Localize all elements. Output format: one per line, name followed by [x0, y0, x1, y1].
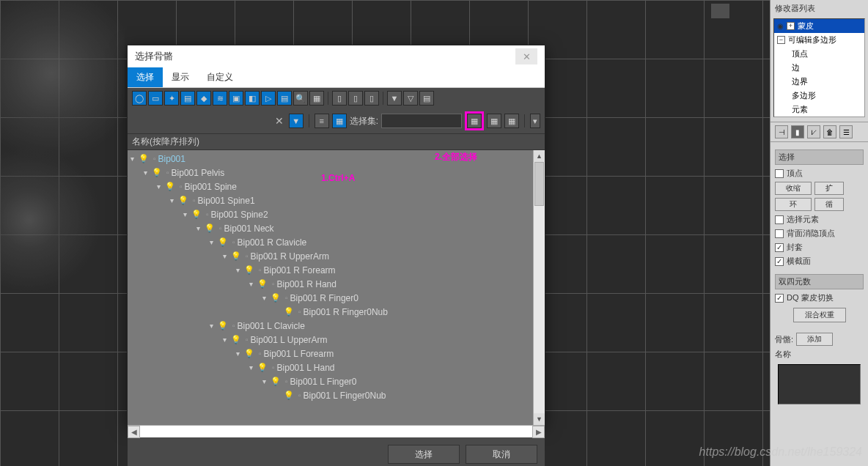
modifier-skin[interactable]: ◉ + 蒙皮 — [774, 19, 864, 33]
tree-row[interactable]: ▾💡▫Bip001 R Finger0 — [128, 291, 533, 305]
lightbulb-icon[interactable]: 💡 — [152, 168, 162, 177]
collapse-icon[interactable]: ▾ — [128, 155, 136, 163]
subobj-edge[interactable]: 边 — [774, 61, 864, 75]
menu-display[interactable]: 显示 — [163, 67, 198, 87]
collapse-icon[interactable]: ▾ — [167, 196, 176, 205]
clear-filter-icon[interactable]: ✕ — [273, 114, 286, 127]
lightbulb-icon[interactable]: 💡 — [284, 307, 294, 317]
ring-button[interactable]: 环 — [775, 198, 812, 211]
lightbulb-icon[interactable]: 💡 — [205, 223, 215, 233]
freeze-icon[interactable]: ▫ — [298, 391, 301, 399]
lightbulb-icon[interactable]: 💡 — [191, 210, 202, 219]
collapse-icon[interactable]: ▾ — [207, 238, 216, 247]
lightbulb-icon[interactable]: 💡 — [231, 335, 241, 344]
lightbulb-icon[interactable]: 💡 — [244, 265, 254, 275]
backface-checkbox[interactable] — [775, 229, 784, 238]
menu-select[interactable]: 选择 — [128, 67, 163, 87]
tree-row[interactable]: ▾💡▫Bip001 Spine1 — [128, 193, 533, 207]
bones-listbox[interactable] — [778, 364, 861, 404]
lightbulb-icon[interactable]: 💡 — [231, 251, 241, 261]
collapse-icon[interactable]: ▾ — [246, 363, 255, 372]
select-element-checkbox[interactable] — [775, 215, 784, 224]
collapse-icon[interactable]: ▾ — [154, 182, 163, 191]
cancel-button[interactable]: 取消 — [466, 445, 537, 464]
filter-shape-icon[interactable]: ▭ — [148, 91, 163, 106]
tree-row[interactable]: ▾💡▫Bip001 R Forearm — [128, 263, 533, 277]
subobj-polygon[interactable]: 多边形 — [774, 89, 864, 103]
select-button[interactable]: 选择 — [388, 445, 460, 464]
lightbulb-icon[interactable]: 💡 — [257, 279, 268, 289]
modifier-stack[interactable]: ◉ + 蒙皮 − 可编辑多边形 顶点 边 边界 多边形 元素 — [773, 18, 865, 117]
collapse-icon[interactable]: ▾ — [233, 350, 242, 358]
lightbulb-icon[interactable]: 💡 — [218, 237, 228, 247]
bone-tree[interactable]: ▾💡▫Bip001▾💡▫Bip001 Pelvis▾💡▫Bip001 Spine… — [128, 150, 533, 425]
lightbulb-icon[interactable]: 💡 — [178, 196, 188, 205]
freeze-icon[interactable]: ▫ — [285, 377, 288, 385]
tb-find-icon[interactable]: 🔍 — [293, 91, 308, 106]
subobj-vertex[interactable]: 顶点 — [774, 47, 864, 61]
menu-custom[interactable]: 自定义 — [198, 67, 242, 87]
filter-geom-icon[interactable]: ◯ — [132, 91, 147, 106]
collapse-icon[interactable]: ▾ — [246, 280, 255, 289]
tree-row[interactable]: ▾💡▫Bip001 L Hand — [128, 360, 533, 374]
expand-icon[interactable]: + — [787, 22, 795, 30]
freeze-icon[interactable]: ▫ — [272, 363, 275, 371]
select-none-icon[interactable]: ▦ — [487, 114, 501, 128]
make-unique-icon[interactable]: ⩗ — [807, 125, 820, 138]
tree-row[interactable]: ▾💡▫Bip001 Neck — [128, 221, 533, 235]
tree-row[interactable]: 💡▫Bip001 L Finger0Nub — [128, 388, 533, 402]
collapse-icon[interactable]: − — [777, 36, 785, 44]
view-cube[interactable] — [711, 4, 729, 18]
tree-row[interactable]: ▾💡▫Bip001 L Clavicle — [128, 319, 533, 333]
freeze-icon[interactable]: ▫ — [166, 169, 169, 177]
freeze-icon[interactable]: ▫ — [259, 350, 262, 358]
tree-row[interactable]: ▾💡▫Bip001 R Clavicle — [128, 235, 533, 249]
configure-icon[interactable]: ☰ — [839, 125, 853, 138]
collapse-icon[interactable]: ▾ — [207, 322, 216, 330]
tree-row[interactable]: ▾💡▫Bip001 L Forearm — [128, 347, 533, 360]
vertex-checkbox[interactable] — [775, 169, 784, 178]
tree-row[interactable]: ▾💡▫Bip001 L UpperArm — [128, 333, 533, 347]
scroll-up-icon[interactable]: ▲ — [534, 150, 545, 162]
tree-row[interactable]: ▾💡▫Bip001 L Finger0 — [128, 374, 533, 388]
rollup-head-selection[interactable]: 选择 — [775, 149, 864, 165]
rollup-head-dq[interactable]: 双四元数 — [775, 274, 864, 289]
collapse-icon[interactable]: ▾ — [141, 169, 150, 177]
subobj-border[interactable]: 边界 — [774, 75, 864, 89]
modifier-edit-poly[interactable]: − 可编辑多边形 — [774, 33, 864, 47]
freeze-icon[interactable]: ▫ — [180, 182, 183, 191]
lightbulb-icon[interactable]: 💡 — [271, 377, 281, 386]
lightbulb-icon[interactable]: 💡 — [165, 182, 175, 191]
lightbulb-icon[interactable]: 💡 — [284, 391, 294, 400]
scroll-left-icon[interactable]: ◀ — [128, 426, 140, 438]
tb-doc2-icon[interactable]: ▯ — [348, 91, 363, 106]
filter-bone-icon[interactable]: ≋ — [213, 91, 227, 106]
select-all-icon[interactable]: ▦ — [467, 114, 482, 128]
shrink-button[interactable]: 收缩 — [775, 182, 812, 195]
scroll-down-icon[interactable]: ▼ — [534, 413, 545, 425]
freeze-icon[interactable]: ▫ — [193, 196, 196, 204]
collapse-icon[interactable]: ▾ — [220, 336, 229, 344]
filter-xref-icon[interactable]: ▷ — [261, 91, 276, 106]
filter-all-icon[interactable]: ▤ — [277, 91, 292, 106]
freeze-icon[interactable]: ▫ — [153, 155, 156, 163]
freeze-icon[interactable]: ▫ — [298, 308, 301, 316]
collapse-icon[interactable]: ▾ — [220, 252, 229, 261]
filter-space-icon[interactable]: ▣ — [229, 91, 243, 106]
selection-set-dropdown[interactable] — [381, 114, 462, 128]
lightbulb-icon[interactable]: 💡 — [244, 349, 254, 358]
dialog-titlebar[interactable]: 选择骨骼 ✕ — [128, 45, 545, 67]
lightbulb-icon[interactable]: 💡 — [218, 321, 228, 330]
tb-misc-icon[interactable]: ▤ — [419, 91, 434, 106]
lightbulb-icon[interactable]: 💡 — [257, 363, 268, 372]
pin-stack-icon[interactable]: ⊣ — [775, 125, 788, 138]
tb-doc1-icon[interactable]: ▯ — [332, 91, 347, 106]
filter-camera-icon[interactable]: ▤ — [180, 91, 195, 106]
cross-checkbox[interactable]: ✓ — [775, 257, 784, 266]
horizontal-scrollbar[interactable]: ◀ ▶ — [128, 425, 545, 437]
lightbulb-icon[interactable]: 💡 — [271, 293, 281, 303]
tree-column-header[interactable]: 名称(按降序排列) — [128, 133, 545, 150]
hierarchy-icon[interactable]: ▦ — [332, 114, 347, 128]
freeze-icon[interactable]: ▫ — [232, 238, 235, 246]
tree-row[interactable]: 💡▫Bip001 R Finger0Nub — [128, 305, 533, 319]
